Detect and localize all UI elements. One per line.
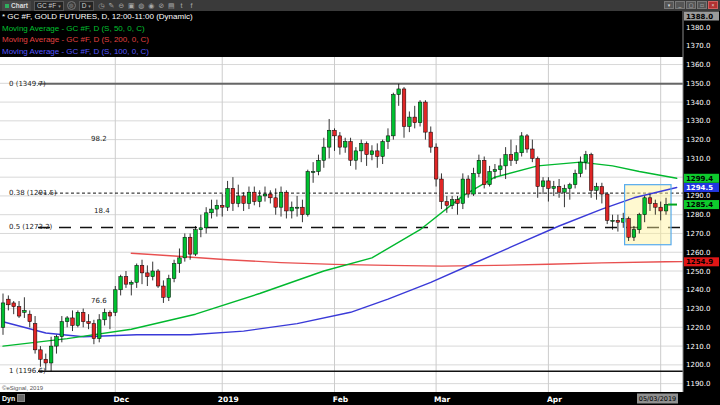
tab-chart[interactable]: Chart: [2, 1, 31, 11]
candle-body: [226, 188, 230, 207]
window-titlebar: Chart GC #F ▾ ◎ D ▾ ◷✎⊖▣◍◉⊘▤tf ▾_▢□×: [0, 0, 720, 11]
restore-button[interactable]: ▢: [686, 1, 696, 9]
candle-body: [563, 188, 567, 192]
price-tick-label: 1210.0: [686, 343, 711, 351]
studies-icon[interactable]: ◍: [137, 1, 146, 10]
fib-label: 0.38 (1291.5): [9, 189, 57, 197]
candle-body: [584, 155, 588, 163]
chevron-down-icon: ▾: [88, 2, 91, 10]
text-note-icon[interactable]: ▣: [127, 1, 136, 10]
candle-body: [664, 205, 668, 211]
candle-body: [375, 151, 379, 157]
candle-body: [488, 172, 492, 185]
candle-body: [76, 312, 80, 325]
fib-label: 0.5 (1273.2): [9, 223, 53, 231]
candle-body: [327, 130, 331, 147]
candle-body: [167, 279, 171, 298]
candle-body: [531, 149, 535, 158]
candle-body: [247, 192, 251, 203]
link-icon[interactable]: ⊘: [157, 1, 166, 10]
candle-body: [199, 228, 203, 230]
alerts-icon[interactable]: ◉: [147, 1, 156, 10]
candle-body: [343, 141, 347, 147]
minimize-button[interactable]: _: [675, 1, 685, 9]
window-buttons: ▾_▢□×: [664, 1, 718, 9]
price-tick-label: 1240.0: [686, 286, 711, 294]
candle-body: [397, 89, 401, 95]
annotation-text: 98.2: [91, 135, 107, 143]
chat-icon[interactable]: ▤: [167, 1, 176, 10]
candle-body: [295, 207, 299, 208]
time-template-icon[interactable]: ◷: [97, 1, 106, 10]
pin-window-button[interactable]: ▾: [664, 1, 674, 9]
candle-body: [365, 143, 369, 154]
candle-body: [7, 299, 11, 305]
candle-body: [541, 181, 545, 187]
interval-combo[interactable]: D ▾: [79, 1, 94, 11]
candle-body: [392, 95, 396, 136]
draw-pencil-icon[interactable]: ✎: [107, 1, 116, 10]
candle-body: [1, 303, 5, 327]
symbol-search-icon[interactable]: ◎: [67, 1, 76, 10]
price-tick-label: 1380.0: [686, 24, 711, 32]
candle-body: [220, 205, 224, 207]
dynamic-mode-icon[interactable]: [17, 394, 25, 402]
candle-body: [440, 179, 444, 202]
price-tick-label: 1360.0: [686, 61, 711, 69]
candle-body: [589, 155, 593, 191]
price-tick-label: 1280.0: [686, 211, 711, 219]
candle-body: [402, 89, 406, 127]
candle-body: [269, 194, 273, 198]
price-tick-label: 1290.0: [686, 192, 711, 200]
symbol-combo[interactable]: GC #F ▾: [34, 1, 64, 11]
candle-body: [65, 318, 69, 322]
facebook-icon[interactable]: f: [187, 1, 196, 10]
candle-body: [450, 200, 454, 206]
twitter-icon[interactable]: t: [177, 1, 186, 10]
cursor-date-label: 05/03/2019: [639, 395, 676, 403]
candle-body: [306, 172, 310, 215]
close-button[interactable]: ×: [708, 1, 718, 9]
dynamic-mode-label: Dyn: [2, 395, 15, 402]
candle-body: [643, 198, 647, 215]
price-tick-label: 1310.0: [686, 155, 711, 163]
candlestick-chart[interactable]: 0 (1349.7)0.38 (1291.5)0.5 (1273.2)1 (11…: [0, 11, 720, 405]
candle-body: [39, 350, 43, 359]
candle-body: [130, 282, 134, 284]
candle-body: [317, 160, 321, 171]
tab-chart-label: Chart: [11, 2, 28, 9]
price-tick-label: 1230.0: [686, 305, 711, 313]
maximize-button[interactable]: □: [697, 1, 707, 9]
candle-body: [311, 172, 315, 173]
chart-panel[interactable]: 0 (1349.7)0.38 (1291.5)0.5 (1273.2)1 (11…: [0, 11, 720, 405]
candle-body: [573, 173, 577, 184]
price-badge-label: 1388.0: [686, 13, 713, 21]
candle-body: [33, 324, 37, 350]
price-tick-label: 1260.0: [686, 249, 711, 257]
candle-body: [49, 346, 53, 363]
candle-body: [338, 136, 342, 147]
candle-body: [547, 181, 551, 189]
highlight-region-fill: [625, 185, 671, 245]
price-tick-label: 1330.0: [686, 117, 711, 125]
month-label: 2019: [218, 395, 239, 404]
zoom-out-icon[interactable]: ⊖: [117, 1, 126, 10]
month-label: Dec: [113, 395, 129, 404]
candle-body: [600, 187, 604, 195]
price-badge-label: 1254.9: [686, 258, 713, 266]
candle-body: [429, 132, 433, 147]
candle-body: [285, 192, 289, 211]
candle-body: [445, 202, 449, 206]
candle-body: [301, 207, 305, 215]
interval-combo-value: D: [82, 2, 87, 10]
candle-body: [477, 160, 481, 173]
candle-body: [579, 162, 583, 173]
candle-body: [258, 196, 262, 202]
candle-body: [557, 187, 561, 193]
price-tick-label: 1350.0: [686, 80, 711, 88]
candle-body: [290, 207, 294, 211]
candle-body: [525, 136, 529, 149]
candle-body: [215, 205, 219, 209]
candle-body: [654, 203, 658, 207]
dynamic-mode-control[interactable]: Dyn: [2, 394, 25, 402]
